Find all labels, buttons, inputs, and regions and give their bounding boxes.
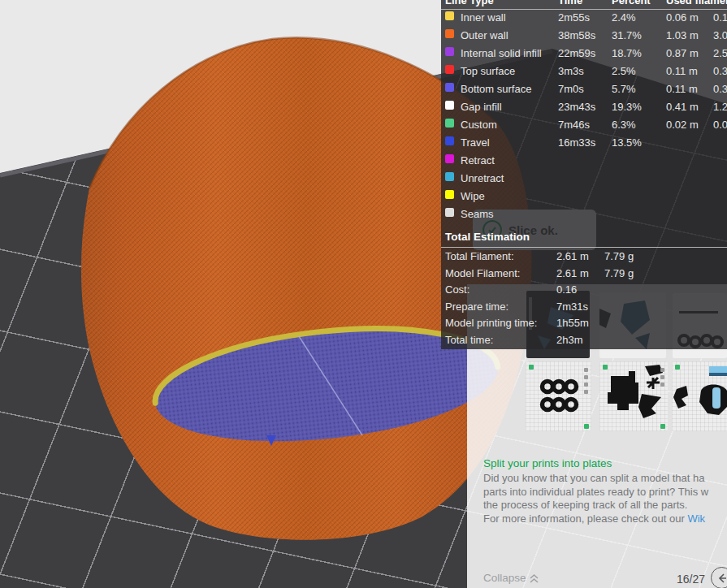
line-type-used-m: 0.41 m: [666, 101, 699, 113]
line-type-swatch: [445, 83, 454, 92]
tip-body-line: parts into individual plates ready to pr…: [483, 486, 708, 498]
line-type-row[interactable]: Seams: [441, 205, 727, 223]
line-type-row[interactable]: Internal solid infill 22m59s 18.7% 0.87 …: [441, 45, 727, 63]
line-type-label: Wipe: [461, 190, 485, 202]
estimation-value: 0.16: [556, 283, 577, 296]
line-type-row[interactable]: Outer wall 38m58s 31.7% 1.03 m 3.09: [441, 27, 727, 45]
line-type-used-g: 3.09: [713, 29, 727, 41]
line-type-used-g: 0.07: [713, 119, 727, 131]
estimation-value: 1h55m: [556, 317, 589, 329]
line-type-used-m: 0.06 m: [666, 11, 699, 24]
line-type-row[interactable]: Unretract: [441, 170, 727, 188]
line-type-percent: 19.3%: [612, 101, 642, 113]
line-type-swatch: [445, 65, 454, 74]
line-type-label: Internal solid infill: [461, 47, 542, 59]
line-type-used-m: 0.02 m: [666, 119, 699, 131]
line-type-label: Outer wall: [461, 29, 508, 41]
col-line-type: Line Type: [445, 0, 494, 6]
line-type-time: 38m58s: [558, 29, 595, 41]
line-type-swatch: [445, 47, 454, 56]
line-type-label: Seams: [461, 208, 493, 220]
tip-title: Split your prints into plates: [483, 457, 612, 469]
estimation-row: Prepare time: 7m31s: [441, 299, 727, 316]
estimation-value: 7.79 g: [604, 267, 634, 279]
wiki-link[interactable]: Wik: [687, 512, 705, 525]
line-type-used-g: 2.59: [713, 47, 727, 59]
estimation-label: Cost:: [445, 283, 470, 296]
collapse-button[interactable]: Collapse: [483, 572, 540, 584]
line-type-time: 7m0s: [558, 83, 584, 95]
tip-body-line4-text: For more information, please check out o…: [483, 512, 687, 525]
line-type-swatch: [445, 154, 454, 163]
arrow-left-icon: [716, 573, 727, 584]
line-type-swatch: [445, 101, 454, 110]
line-type-row[interactable]: Retract: [441, 152, 727, 170]
line-type-time: 23m43s: [558, 101, 595, 113]
col-used-filament: Used filament: [666, 0, 727, 6]
estimation-row: Model printing time: 1h55m: [441, 315, 727, 332]
line-type-used-m: 0.11 m: [666, 65, 698, 77]
line-type-percent: 2.5%: [612, 65, 636, 77]
line-type-row[interactable]: Top surface 3m3s 2.5% 0.11 m 0.34: [441, 63, 727, 80]
estimation-label: Total time:: [445, 334, 493, 346]
line-type-used-m: 0.11 m: [666, 83, 698, 95]
tip-body-line: For more information, please check out o…: [483, 512, 705, 525]
estimation-row: Model Filament: 2.61 m 7.79 g: [441, 266, 727, 283]
line-type-swatch: [445, 190, 454, 199]
total-estimation-title: Total Estimation: [445, 231, 530, 243]
line-type-time: 2m55s: [558, 11, 590, 24]
line-type-row[interactable]: Wipe: [441, 188, 727, 205]
estimation-value: 7m31s: [556, 300, 588, 313]
plate-thumbnail-split-3: [672, 361, 727, 431]
line-type-row[interactable]: Custom 7m46s 6.3% 0.02 m 0.07: [441, 116, 727, 134]
line-type-row[interactable]: Inner wall 2m55s 2.4% 0.06 m 0.17: [441, 9, 727, 27]
estimation-value: 2h3m: [556, 334, 583, 346]
line-type-time: 7m46s: [558, 119, 590, 131]
estimation-label: Model Filament:: [445, 267, 520, 279]
estimation-row: Total Filament: 2.61 m 7.79 g: [441, 249, 727, 266]
line-type-used-g: 0.32: [713, 83, 727, 95]
estimation-label: Total Filament:: [445, 250, 514, 262]
estimation-value: 2.61 m: [556, 267, 589, 279]
line-type-label: Gap infill: [461, 101, 502, 113]
line-type-percent: 6.3%: [612, 119, 636, 131]
tip-body-line: the process of keeping track of all the …: [483, 499, 687, 511]
total-estimation-table: Total Filament: 2.61 m 7.79 g Model Fila…: [441, 249, 727, 349]
plate-thumbnail-split-1: [526, 361, 591, 431]
col-time: Time: [558, 0, 582, 6]
line-type-time: 16m33s: [558, 136, 595, 149]
estimation-row: Total time: 2h3m: [441, 332, 727, 349]
line-type-percent: 2.4%: [612, 11, 636, 24]
line-type-swatch: [445, 136, 454, 145]
col-percent: Percent: [612, 0, 651, 6]
line-type-label: Custom: [461, 119, 497, 131]
plate-thumbnail-split-2: [599, 361, 668, 431]
line-type-label: Retract: [461, 154, 495, 166]
line-type-percent: 31.7%: [612, 29, 642, 41]
line-type-percent: 5.7%: [612, 83, 636, 95]
estimation-label: Model printing time:: [445, 317, 537, 329]
line-type-used-m: 0.87 m: [666, 47, 699, 59]
line-type-used-g: 1.21: [713, 101, 727, 113]
line-type-used-m: 1.03 m: [666, 29, 699, 41]
total-estimation-header: Total Estimation: [441, 224, 727, 248]
line-type-swatch: [445, 172, 454, 181]
line-type-legend: Inner wall 2m55s 2.4% 0.06 m 0.17 Outer …: [441, 9, 727, 223]
line-type-swatch: [445, 11, 454, 20]
previous-tip-button[interactable]: [711, 567, 727, 588]
line-type-percent: 13.5%: [612, 136, 642, 149]
line-type-row[interactable]: Bottom surface 7m0s 5.7% 0.11 m 0.32: [441, 80, 727, 98]
line-type-used-g: 0.34: [713, 65, 727, 77]
estimation-value: 7.79 g: [604, 250, 634, 262]
line-type-label: Travel: [461, 136, 490, 149]
line-type-row[interactable]: Gap infill 23m43s 19.3% 0.41 m 1.21: [441, 98, 727, 116]
line-type-swatch: [445, 119, 454, 128]
tip-bottom-bar: Collapse 16/27: [467, 570, 727, 588]
line-type-row[interactable]: Travel 16m33s 13.5%: [441, 134, 727, 152]
line-type-used-g: 0.17: [713, 11, 727, 24]
slicer-app-window: Slice ok.: [0, 0, 727, 588]
collapse-label: Collapse: [483, 572, 526, 584]
estimation-row: Cost: 0.16: [441, 282, 727, 299]
line-type-label: Bottom surface: [461, 83, 531, 95]
line-type-label: Unretract: [461, 172, 504, 184]
